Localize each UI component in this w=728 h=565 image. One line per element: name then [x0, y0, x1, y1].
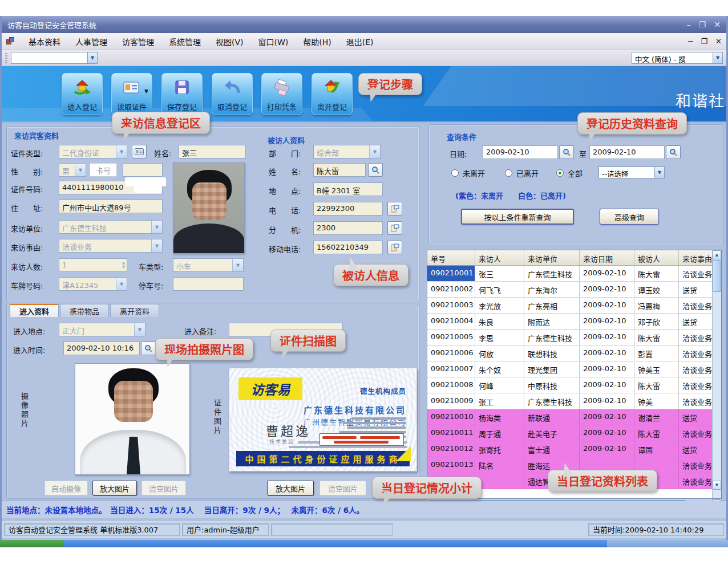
table-cell-company[interactable]: 赴美电子 — [524, 425, 580, 441]
menu-item[interactable]: 视图(V) — [208, 34, 251, 50]
table-cell-reason[interactable]: 洽谈业务 — [679, 377, 712, 393]
table-cell-date[interactable]: 2009-02-10 — [580, 298, 634, 314]
table-row[interactable]: 090210011周于通赴美电子2009-02-10陈大雷洽谈业务 — [427, 425, 712, 441]
column-header[interactable]: 单号 — [427, 250, 475, 266]
location-input[interactable]: B幢 2301 室 — [313, 182, 383, 196]
card-reader-button[interactable] — [132, 145, 147, 158]
table-cell-visitor[interactable]: 李思 — [475, 330, 524, 345]
table-cell-visitee[interactable]: 钟美 — [634, 393, 679, 409]
table-row[interactable]: 090210010杨海类新联通2009-02-10谢清兰送货 — [427, 409, 712, 425]
table-cell-visitor[interactable] — [475, 473, 524, 489]
visit-company-select[interactable]: 广东德生科技▼ — [59, 220, 163, 234]
date-from-picker-button[interactable] — [559, 145, 574, 159]
table-cell-visitee[interactable]: 谢清兰 — [634, 409, 679, 425]
table-cell-visitor[interactable]: 杨海类 — [475, 409, 524, 425]
start-button-edge[interactable] — [0, 540, 64, 547]
parking-input[interactable] — [173, 277, 244, 291]
table-cell-company[interactable]: 新联通 — [524, 409, 580, 425]
table-cell-id[interactable]: 090210013 — [427, 457, 475, 473]
enter-register-button[interactable]: 进入登记 — [62, 73, 103, 115]
table-cell-visitee[interactable]: 陈大雷 — [634, 266, 679, 282]
clear-photo-button[interactable]: 清空图片 — [141, 481, 186, 495]
table-cell-date[interactable]: 2009-02-10 — [580, 393, 634, 409]
table-cell-visitor[interactable]: 张工 — [475, 393, 524, 409]
quick-select[interactable]: ▼ — [11, 52, 98, 64]
advanced-query-button[interactable]: 高级查询 — [600, 209, 659, 225]
ext-notify-button[interactable] — [387, 221, 402, 235]
language-select[interactable]: 中文 (简体) - 搜 ▼ — [632, 52, 723, 64]
tab-leave-info[interactable]: 离开资料 — [110, 304, 159, 317]
status-radio-2[interactable]: 已离开 — [505, 168, 539, 178]
column-header[interactable]: 来访日期 — [580, 250, 634, 266]
dept-select[interactable]: 综合部▼ — [313, 145, 381, 158]
table-cell-company[interactable]: 广东海尔 — [524, 282, 580, 298]
table-cell-company[interactable]: 附而达 — [524, 314, 580, 330]
table-cell-visitor[interactable]: 张三 — [475, 266, 524, 282]
visitor-count-stepper[interactable]: 1 — [59, 258, 127, 272]
table-cell-date[interactable]: 2009-02-10 — [580, 361, 634, 377]
table-cell-visitee[interactable]: 彭置 — [634, 345, 679, 361]
table-cell-visitor[interactable]: 周于通 — [475, 425, 524, 441]
menu-item[interactable]: 访客管理 — [115, 34, 161, 50]
table-cell-reason[interactable]: 送货 — [679, 282, 712, 298]
plate-select[interactable]: 津A12345▼ — [59, 277, 127, 291]
save-register-button[interactable]: 保存登记 — [161, 73, 203, 115]
entry-time-picker-button[interactable] — [141, 342, 156, 355]
table-cell-company[interactable]: 中原科技 — [524, 377, 580, 393]
id-type-select[interactable]: 二代身份证▼ — [59, 145, 127, 158]
menu-item[interactable]: 人事管理 — [68, 34, 115, 50]
filter-select[interactable]: --请选择▼ — [598, 166, 665, 178]
table-cell-visitor[interactable]: 何放 — [475, 345, 524, 361]
table-cell-reason[interactable]: 洽谈业务 — [679, 473, 712, 489]
table-cell-reason[interactable]: 洽谈业务 — [679, 266, 712, 282]
table-row[interactable]: 090210008何峰中原科技2009-02-10陈大雷洽谈业务 — [427, 377, 712, 393]
car-type-select[interactable]: 小车▼ — [173, 258, 244, 272]
table-row[interactable]: 090210001张三广东德生科技2009-02-10陈大雷洽谈业务 — [427, 266, 712, 282]
visitee-search-button[interactable] — [368, 163, 383, 177]
close-icon[interactable]: ✕ — [714, 20, 721, 29]
enlarge-photo-button[interactable]: 放大图片 — [92, 481, 137, 495]
cancel-register-button[interactable]: 取消登记 — [212, 73, 253, 115]
table-cell-date[interactable]: 2009-02-10 — [580, 377, 634, 393]
table-cell-visitee[interactable]: 钟美玉 — [634, 361, 679, 377]
table-cell-reason[interactable]: 洽谈业务 — [679, 393, 712, 409]
table-row[interactable]: 090210009张工广东德生科技2009-02-10钟美洽谈业务 — [427, 393, 712, 409]
table-cell-id[interactable]: 090210006 — [427, 345, 475, 361]
table-row[interactable]: 090210005李思广东德生科技2009-02-10陈大雷洽谈业务 — [427, 330, 712, 345]
table-cell-id[interactable]: 090210012 — [427, 441, 475, 457]
table-cell-visitee[interactable]: 陈大雷 — [634, 377, 679, 393]
table-row[interactable]: 090210002何飞飞广东海尔2009-02-10谭玉姣送货 — [427, 282, 712, 298]
card-no-input[interactable] — [123, 163, 163, 177]
tab-entry-info[interactable]: 进入资料 — [10, 304, 59, 317]
table-cell-date[interactable]: 2009-02-10 — [580, 425, 634, 441]
table-cell-visitee[interactable]: 谭国 — [634, 441, 679, 457]
table-cell-reason[interactable]: 洽谈业务 — [679, 361, 712, 377]
table-cell-reason[interactable]: 洽谈业务 — [679, 425, 712, 441]
table-cell-visitee[interactable]: 谭玉姣 — [634, 282, 679, 298]
menu-item[interactable]: 窗口(W) — [251, 34, 296, 50]
phone-notify-button[interactable] — [387, 202, 402, 216]
table-cell-reason[interactable]: 洽谈业务 — [679, 298, 712, 314]
enlarge-card-button[interactable]: 放大图片 — [267, 481, 314, 495]
table-cell-visitee[interactable]: 陈大雷 — [634, 330, 679, 345]
table-cell-id[interactable]: 090210007 — [427, 361, 475, 377]
table-cell-reason[interactable]: 洽谈业务 — [679, 457, 712, 473]
table-cell-id[interactable]: 090210005 — [427, 330, 475, 345]
date-to-picker-button[interactable] — [666, 145, 681, 159]
restore-icon[interactable]: ❐ — [699, 20, 706, 29]
column-header[interactable]: 被访人 — [634, 250, 679, 266]
ext-input[interactable]: 2300 — [313, 221, 383, 235]
table-cell-reason[interactable]: 洽谈业务 — [679, 345, 712, 361]
date-to-input[interactable]: 2009-02-10 — [589, 145, 665, 159]
table-cell-visitee[interactable]: 冯惠梅 — [634, 298, 679, 314]
phone-input[interactable]: 22992300 — [313, 202, 383, 216]
table-row[interactable]: 090210012张寄托富士通2009-02-10谭国送货 — [427, 441, 712, 457]
table-cell-visitee[interactable]: 陈大雷 — [634, 425, 679, 441]
table-cell-date[interactable]: 2009-02-10 — [580, 266, 634, 282]
scroll-up-icon[interactable]: ▲ — [713, 250, 721, 259]
table-cell-reason[interactable]: 送货 — [679, 409, 712, 425]
leave-register-button[interactable]: 离开登记 — [312, 73, 353, 115]
table-cell-id[interactable]: 090210002 — [427, 282, 475, 298]
table-row[interactable]: 090210003李光放广东亮相2009-02-10冯惠梅洽谈业务 — [427, 298, 712, 314]
table-cell-id[interactable]: 090210004 — [427, 314, 475, 330]
